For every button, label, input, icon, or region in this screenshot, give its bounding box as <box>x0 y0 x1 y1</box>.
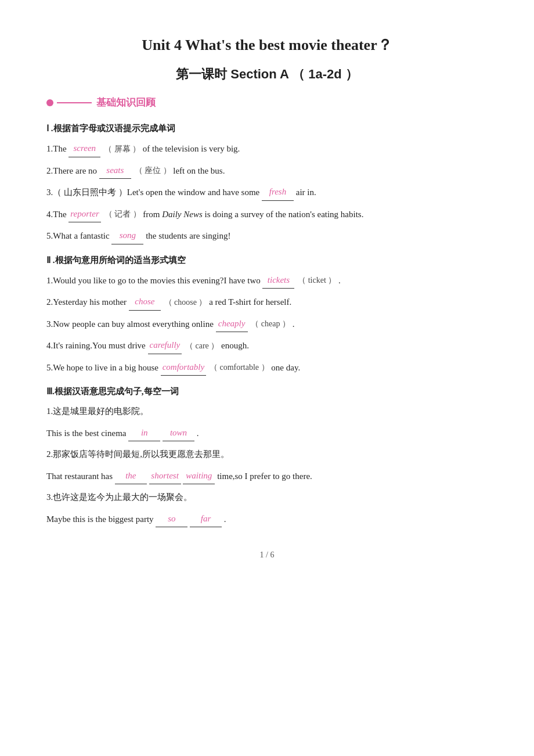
part2-q1: 1.Would you like to go to the movies thi… <box>46 272 488 289</box>
part3-q3-blank2: far <box>190 510 222 528</box>
part1-q1-before: 1.The <box>46 144 67 153</box>
part2-q1-before: 1.Would you like to go to the movies thi… <box>46 275 261 285</box>
part2-q2-blank: chose <box>129 293 161 311</box>
dot-icon <box>46 99 53 106</box>
part1-q3: 3.（ 山东日照中考 ）Let's open the window and ha… <box>46 183 488 201</box>
page-main-title: Unit 4 What's the best movie theater？ <box>46 35 488 55</box>
part2-q3-before: 3.Now people can buy almost everything o… <box>46 319 214 328</box>
part2-q4-blank: carefully <box>148 337 182 354</box>
part3-q1-eng-before: This is the best cinema <box>46 429 128 438</box>
part3-q1-chinese: 1.这是城里最好的电影院。 <box>46 403 488 420</box>
part3-q3-english: Maybe this is the biggest party so far . <box>46 510 488 528</box>
part1-q5-after: the students are singing! <box>146 231 230 240</box>
part1-q3-before: 3.（ 山东日照中考 ）Let's open the window and ha… <box>46 188 262 197</box>
part3-q1-eng-after: . <box>197 429 199 438</box>
part3-q2-eng-after: time,so I prefer to go there. <box>217 471 312 481</box>
part2-q3-blank: cheaply <box>216 315 248 333</box>
part1-q4-blank: reporter <box>68 206 100 223</box>
part2-q4-after: enough. <box>221 341 249 350</box>
part2-q4-before: 4.It's raining.You must drive <box>46 341 146 350</box>
part2-q5-after: one day. <box>271 362 300 372</box>
part3-q2-blank1: the <box>115 467 147 485</box>
part2-q2-before: 2.Yesterday his mother <box>46 297 127 307</box>
part3-q3-chinese: 3.也许这是迄今为止最大的一场聚会。 <box>46 489 488 506</box>
part1-q1: 1.The screen （ 屏幕 ） of the television is… <box>46 140 488 157</box>
part3-q2-eng-before: That restaurant has <box>46 471 113 481</box>
part1-q4-after-text: from <box>143 209 162 218</box>
part1-title: Ⅰ .根据首字母或汉语提示完成单词 <box>46 123 488 134</box>
part3-q1-english: This is the best cinema in town . <box>46 424 488 442</box>
part1-q2-before: 2.There are no <box>46 165 97 175</box>
part3-q3-eng-before: Maybe this is the biggest party <box>46 514 156 524</box>
part1-q4-hint: （ 记者 ） <box>104 210 141 218</box>
part2-q4-hint: （ care ） <box>185 341 219 350</box>
part1-q2: 2.There are no seats （ 座位 ） left on the … <box>46 162 488 179</box>
part2-q5: 5.We hope to live in a big house comfort… <box>46 359 488 376</box>
section-header: 基础知识回顾 <box>46 96 488 109</box>
part3-q2-english: That restaurant has the shortest waiting… <box>46 467 488 485</box>
part2-q2-hint: （ choose ） <box>164 298 207 307</box>
part2-q3-hint: （ cheap ） <box>251 319 290 328</box>
part2-q3-after: . <box>293 319 295 328</box>
part2-q1-after: . <box>338 275 341 285</box>
part3-q1-blank2: town <box>163 424 194 442</box>
part1-q3-blank: fresh <box>262 183 294 201</box>
part1-q2-after: left on the bus. <box>173 165 225 175</box>
part1-q5: 5.What a fantastic song the students are… <box>46 227 488 244</box>
part1-q4-after: is doing a survey of the nation's eating… <box>205 209 364 218</box>
part1-q2-hint: （ 座位 ） <box>135 166 171 175</box>
part2-q4: 4.It's raining.You must drive carefully … <box>46 337 488 354</box>
part3-title: Ⅲ.根据汉语意思完成句子,每空一词 <box>46 386 488 397</box>
part2-q3: 3.Now people can buy almost everything o… <box>46 315 488 333</box>
part3-q3-blank1: so <box>156 510 187 528</box>
part2-q1-hint: （ ticket ） <box>298 276 336 285</box>
part1-q2-blank: seats <box>99 162 131 179</box>
part2: Ⅱ .根据句意用所给词的适当形式填空 1.Would you like to g… <box>46 255 488 376</box>
part1-q1-after: of the television is very big. <box>143 144 240 153</box>
part1-q5-blank: song <box>111 227 143 244</box>
part1-q5-before: 5.What a fantastic <box>46 231 111 240</box>
part2-title: Ⅱ .根据句意用所给词的适当形式填空 <box>46 255 488 266</box>
part2-q5-blank: comfortably <box>161 359 207 376</box>
part1: Ⅰ .根据首字母或汉语提示完成单词 1.The screen （ 屏幕 ） of… <box>46 123 488 244</box>
page-sub-title: 第一课时 Section A （ 1a-2d ） <box>46 66 488 83</box>
part2-q2-after: a red T-shirt for herself. <box>209 297 291 307</box>
part3: Ⅲ.根据汉语意思完成句子,每空一词 1.这是城里最好的电影院。 This is … <box>46 386 488 527</box>
line-decoration <box>57 102 92 103</box>
part1-q4: 4.The reporter （ 记者 ） from Daily News is… <box>46 206 488 223</box>
part2-q5-hint: （ comfortable ） <box>210 363 269 372</box>
part3-q3-eng-after: . <box>224 514 226 524</box>
part3-q2-chinese: 2.那家饭店等待时间最短,所以我更愿意去那里。 <box>46 446 488 463</box>
section-header-label: 基础知识回顾 <box>96 96 156 109</box>
part2-q2: 2.Yesterday his mother chose （ choose ） … <box>46 293 488 311</box>
part2-q1-blank: tickets <box>262 272 294 289</box>
part1-q3-after: air in. <box>296 188 316 197</box>
part1-q1-blank: screen <box>68 140 100 157</box>
page-footer: 1 / 6 <box>46 550 488 560</box>
part1-q4-italic: Daily News <box>162 209 203 218</box>
part3-q1-blank1: in <box>128 424 160 442</box>
part1-q1-hint: （ 屏幕 ） <box>104 145 140 153</box>
part2-q5-before: 5.We hope to live in a big house <box>46 362 158 372</box>
part3-q2-blank2: shortest <box>149 467 181 485</box>
part3-q2-blank3: waiting <box>183 467 215 485</box>
part1-q4-before: 4.The <box>46 209 67 218</box>
